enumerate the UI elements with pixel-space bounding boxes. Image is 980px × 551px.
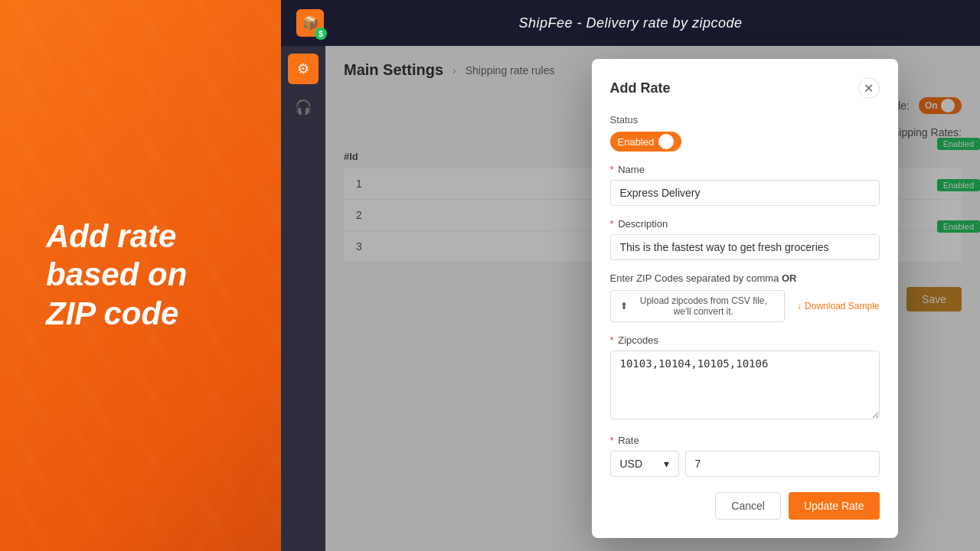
header-bar: 📦 $ ShipFee - Delivery rate by zipcode [281, 0, 980, 46]
currency-select[interactable]: USD ▾ [610, 451, 679, 477]
name-label: * Name [610, 164, 880, 175]
status-section: Status Enabled [610, 114, 880, 152]
header-logo: 📦 $ [296, 9, 324, 37]
rate-required-star: * [610, 435, 614, 446]
rate-label: * Rate [610, 435, 880, 446]
name-required-star: * [610, 164, 614, 175]
name-input[interactable] [610, 180, 880, 206]
hero-line1: Add rate [46, 218, 176, 254]
status-toggle-circle [658, 134, 674, 149]
add-rate-modal: Add Rate ✕ Status Enabled * Name [592, 59, 898, 538]
page-content: Main Settings › Shipping rate rules Ship… [325, 46, 980, 551]
description-label: * Description [610, 218, 880, 230]
modal-title: Add Rate [610, 80, 671, 96]
currency-value: USD [620, 458, 643, 470]
rate-row: USD ▾ [610, 451, 880, 477]
currency-chevron-icon: ▾ [664, 458, 669, 470]
download-sample-link[interactable]: ↓ Download Sample [797, 301, 879, 311]
download-icon: ↓ [797, 301, 802, 311]
logo-dollar-badge: $ [315, 28, 327, 40]
main-content: ⚙ 🎧 Main Settings › Shipping rate rules … [281, 46, 980, 551]
zipcodes-section: * Zipcodes 10103,10104,10105,10106 [610, 334, 880, 422]
rate-section: * Rate USD ▾ [610, 435, 880, 477]
modal-footer: Cancel Update Rate [610, 492, 880, 520]
name-section: * Name [610, 164, 880, 206]
upload-row: Enter ZIP Codes separated by comma OR [610, 272, 880, 284]
upload-csv-button[interactable]: ⬆ Upload zipcodes from CSV file, we'll c… [610, 290, 786, 322]
description-section: * Description [610, 218, 880, 260]
description-required-star: * [610, 218, 614, 230]
update-rate-button[interactable]: Update Rate [789, 492, 880, 520]
rate-input[interactable] [685, 451, 880, 477]
sidebar-item-settings[interactable]: ⚙ [288, 54, 318, 84]
upload-controls: ⬆ Upload zipcodes from CSV file, we'll c… [610, 290, 880, 322]
modal-close-button[interactable]: ✕ [858, 77, 880, 99]
hero-text: Add rate based on ZIP code [46, 217, 187, 333]
status-toggle-label: Enabled [618, 136, 655, 148]
cancel-button[interactable]: Cancel [715, 492, 781, 520]
status-section-label: Status [610, 114, 880, 126]
modal-header: Add Rate ✕ [610, 77, 880, 99]
app-title: ShipFee - Delivery rate by zipcode [518, 15, 742, 31]
sidebar-item-help[interactable]: 🎧 [288, 92, 318, 122]
hero-line3: ZIP code [46, 295, 178, 331]
zipcodes-required-star: * [610, 334, 614, 346]
app-container: 📦 $ ShipFee - Delivery rate by zipcode ⚙… [281, 0, 980, 551]
sidebar: ⚙ 🎧 [281, 46, 325, 551]
zipcodes-textarea[interactable]: 10103,10104,10105,10106 [610, 350, 880, 419]
logo-icon: 📦 $ [296, 9, 324, 37]
zip-codes-text: Enter ZIP Codes separated by comma OR [610, 272, 797, 284]
zipcodes-label: * Zipcodes [610, 334, 880, 346]
status-toggle[interactable]: Enabled [610, 132, 682, 152]
description-input[interactable] [610, 234, 880, 260]
upload-icon: ⬆ [620, 301, 628, 311]
zip-upload-section: Enter ZIP Codes separated by comma OR ⬆ … [610, 272, 880, 322]
hero-line2: based on [46, 257, 187, 293]
